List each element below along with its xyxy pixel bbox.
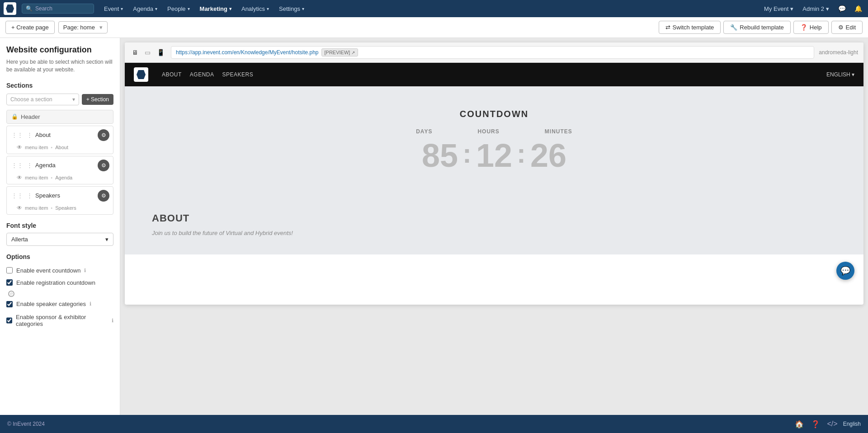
create-page-button[interactable]: + Create page (5, 21, 55, 34)
preview-badge[interactable]: [PREVIEW] ↗ (321, 48, 359, 56)
eye-icon: 👁 (17, 144, 22, 151)
hours-value: 12 (476, 139, 512, 172)
alerts-button[interactable]: 🔔 (852, 2, 864, 15)
section-settings-button[interactable]: ⚙ (98, 190, 109, 202)
code-icon[interactable]: </> (826, 418, 840, 430)
chevron-icon: ▾ (155, 6, 157, 11)
edit-button[interactable]: ⚙ Edit (831, 21, 863, 34)
page-selector[interactable]: Page: home ▾ (58, 21, 108, 33)
add-section-button[interactable]: + Section (82, 94, 113, 105)
external-link-icon: ↗ (351, 50, 355, 55)
gear-icon: ⚙ (838, 24, 844, 31)
nav-right: My Event ▾ Admin 2 ▾ 💬 🔔 (761, 2, 864, 15)
drag-handle-icon[interactable]: ⋮⋮ (10, 162, 24, 169)
section-item-speakers: ⋮⋮ ⋮ Speakers ⚙ 👁 menu item • Speakers (6, 186, 113, 215)
template-name: andromeda-light (819, 49, 858, 56)
countdown-numbers: 85 : 12 : 26 (134, 139, 854, 172)
home-icon[interactable]: 🏠 (793, 418, 806, 430)
nav-item-event[interactable]: Event ▾ (99, 3, 127, 14)
footer-language[interactable]: English (843, 421, 861, 427)
chevron-icon: ▾ (229, 6, 231, 11)
site-countdown-section: COUNTDOWN DAYS HOURS MINUTES 85 : 12 : 2… (125, 86, 863, 194)
question-icon[interactable]: ❓ (809, 418, 822, 430)
app-logo[interactable] (4, 2, 16, 15)
registration-countdown-checkbox[interactable] (6, 279, 13, 286)
help-button[interactable]: ❓ Help (793, 21, 829, 34)
nav-item-marketing[interactable]: Marketing ▾ (195, 3, 236, 14)
drag-handle-icon[interactable]: ⋮⋮ (10, 192, 24, 199)
option-sponsor-categories-label: Enable sponsor & exhibitor categories (16, 314, 108, 327)
search-box[interactable]: 🔍 Search (22, 4, 94, 14)
section-settings-button[interactable]: ⚙ (98, 129, 109, 141)
info-icon[interactable]: ℹ (112, 318, 113, 324)
option-speaker-categories: Enable speaker categories ℹ (6, 298, 113, 310)
nav-item-agenda[interactable]: Agenda ▾ (128, 3, 162, 14)
eye-icon: 👁 (17, 205, 22, 211)
event-name-selector[interactable]: My Event ▾ (761, 4, 796, 14)
chevron-icon: ▾ (188, 6, 190, 11)
search-icon: 🔍 (26, 5, 33, 12)
device-icons: 🖥 ▭ 📱 (130, 48, 166, 57)
preview-url[interactable]: https://app.inevent.com/en/Knowledge/MyE… (176, 49, 319, 56)
site-nav-agenda[interactable]: AGENDA (190, 71, 214, 78)
about-title: ABOUT (152, 212, 836, 224)
mobile-icon[interactable]: 📱 (155, 48, 166, 57)
options-label: Options (6, 253, 113, 260)
chat-button[interactable]: 💬 (836, 262, 854, 280)
footer-copyright: © InEvent 2024 (7, 421, 45, 427)
option-event-countdown: Enable event countdown ℹ (6, 265, 113, 276)
about-text: Join us to build the future of Virtual a… (152, 230, 836, 236)
rebuild-template-button[interactable]: 🔧 Rebuild template (723, 21, 791, 34)
site-nav-speakers[interactable]: SPEAKERS (222, 71, 254, 78)
option-speaker-categories-label: Enable speaker categories (16, 301, 86, 307)
admin-selector[interactable]: Admin 2 ▾ (800, 4, 832, 14)
desktop-icon[interactable]: 🖥 (130, 48, 140, 57)
nav-item-settings[interactable]: Settings ▾ (274, 3, 309, 14)
countdown-labels: DAYS HOURS MINUTES (134, 128, 854, 135)
site-logo (134, 67, 148, 82)
sidebar-title: Website configuration (6, 45, 113, 55)
nav-items: Event ▾ Agenda ▾ People ▾ Marketing ▾ An… (99, 3, 760, 14)
browser-bar: 🖥 ▭ 📱 https://app.inevent.com/en/Knowled… (125, 42, 863, 63)
notifications-button[interactable]: 💬 (835, 2, 848, 15)
site-nav-about[interactable]: ABOUT (162, 71, 182, 78)
header-section-item: 🔒 Header (6, 110, 113, 124)
chevron-down-icon: ▾ (72, 96, 75, 103)
section-item-agenda: ⋮⋮ ⋮ Agenda ⚙ 👁 menu item • Agenda (6, 156, 113, 184)
section-settings-button[interactable]: ⚙ (98, 160, 109, 171)
section-meta-agenda: 👁 menu item • Agenda (7, 174, 113, 184)
choose-section-dropdown[interactable]: Choose a section ▾ (6, 94, 79, 105)
search-placeholder: Search (35, 5, 52, 12)
sections-label: Sections (6, 82, 113, 89)
tablet-icon[interactable]: ▭ (143, 48, 152, 57)
separator-2: : (517, 140, 526, 167)
days-value: 85 (422, 139, 458, 172)
info-icon[interactable]: ℹ (84, 268, 86, 273)
font-dropdown[interactable]: Allerta ▾ (6, 233, 113, 246)
info-icon[interactable]: ℹ (90, 301, 91, 307)
switch-icon: ⇄ (665, 24, 670, 31)
sidebar: Website configuration Here you be able t… (0, 38, 120, 415)
site-language-selector[interactable]: ENGLISH ▾ (826, 71, 854, 78)
option-sponsor-categories: Enable sponsor & exhibitor categories ℹ (6, 311, 113, 329)
preview-wrapper: 🖥 ▭ 📱 https://app.inevent.com/en/Knowled… (125, 42, 863, 305)
toolbar: + Create page Page: home ▾ ⇄ Switch temp… (0, 17, 868, 38)
option-registration-countdown: Enable registration countdown (6, 277, 113, 288)
event-countdown-checkbox[interactable] (6, 267, 13, 273)
speaker-categories-checkbox[interactable] (6, 301, 13, 307)
drag-handle-icon[interactable]: ⋮⋮ (10, 132, 24, 138)
sidebar-subtitle: Here you be able to select which section… (6, 58, 113, 74)
top-navigation: 🔍 Search Event ▾ Agenda ▾ People ▾ Marke… (0, 0, 868, 17)
section-controls: Choose a section ▾ + Section (6, 94, 113, 105)
drag-handle-icon2: ⋮ (26, 132, 33, 138)
chevron-down-icon: ▾ (105, 236, 108, 243)
switch-template-button[interactable]: ⇄ Switch template (659, 21, 721, 34)
lock-icon: 🔒 (11, 113, 18, 120)
chevron-icon: ▾ (267, 6, 269, 11)
sponsor-categories-checkbox[interactable] (6, 317, 12, 324)
nav-item-analytics[interactable]: Analytics ▾ (237, 3, 274, 14)
hours-label: HOURS (477, 128, 499, 135)
page-footer: © InEvent 2024 🏠 ❓ </> English (0, 415, 868, 433)
separator-1: : (462, 140, 472, 167)
nav-item-people[interactable]: People ▾ (163, 3, 194, 14)
